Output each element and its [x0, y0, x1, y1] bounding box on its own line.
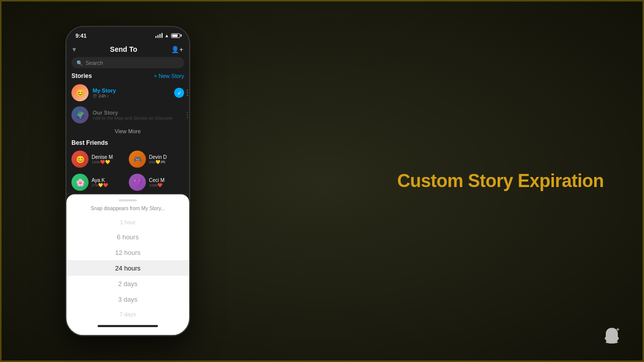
screen-title: Send To — [76, 45, 171, 53]
option-1hour[interactable]: 1 hour — [66, 215, 189, 229]
search-icon: 🔍 — [76, 60, 83, 65]
stories-section-title: Stories — [71, 72, 92, 79]
phone-frame: 9:41 ▲ ▾ — [65, 26, 190, 336]
my-story-info: My Story ⏱ 24h › — [93, 87, 170, 99]
signal-bars-icon — [155, 33, 163, 38]
friend-item-ceci[interactable]: 💜 Ceci M 106k❤️ — [129, 172, 184, 193]
my-story-item[interactable]: 😊 My Story ⏱ 24h › ✓ — [66, 82, 189, 104]
home-indicator — [98, 325, 158, 327]
option-2days[interactable]: 2 days — [66, 276, 189, 292]
friend-avatar-devin: 🎮 — [129, 151, 146, 168]
friend-info-ceci: Ceci M 106k❤️ — [149, 177, 184, 188]
friend-name-aya: Aya K — [92, 177, 127, 183]
back-button[interactable]: ▾ — [72, 45, 76, 53]
my-story-checkmark: ✓ — [174, 88, 184, 98]
friends-grid: 😊 Denise M 199k❤️💛 🎮 — [66, 149, 189, 193]
friend-score-ceci: 106k❤️ — [149, 183, 184, 188]
option-3days[interactable]: 3 days — [66, 292, 189, 307]
friend-item-devin[interactable]: 🎮 Devin D 88k💛🎮 — [129, 149, 184, 170]
search-placeholder: Search — [86, 60, 103, 66]
friend-item-denise[interactable]: 😊 Denise M 199k❤️💛 — [71, 149, 127, 170]
my-story-timer: ⏱ 24h › — [93, 94, 109, 99]
friend-name-devin: Devin D — [149, 154, 184, 160]
feature-text-area: Custom Story Expiration — [397, 170, 604, 192]
friend-avatar-denise: 😊 — [71, 151, 89, 168]
friend-info-devin: Devin D 88k💛🎮 — [149, 154, 184, 164]
our-story-info: Our Story Add to the Map and Stories on … — [93, 110, 184, 121]
phone-container: 9:41 ▲ ▾ — [65, 26, 190, 336]
battery-icon — [171, 33, 180, 38]
friend-avatar-ceci: 💜 — [129, 174, 146, 191]
friend-name-denise: Denise M — [92, 154, 127, 160]
our-story-subtitle: Add to the Map and Stories on Discover — [93, 116, 184, 121]
snapchat-logo — [602, 326, 622, 348]
friend-score-devin: 88k💛🎮 — [149, 160, 184, 164]
option-7days[interactable]: 7 days — [66, 307, 189, 321]
friend-name-ceci: Ceci M — [149, 177, 184, 183]
option-12hours[interactable]: 12 hours — [66, 245, 189, 260]
our-story-name: Our Story — [93, 110, 184, 116]
option-6hours[interactable]: 6 hours — [66, 229, 189, 245]
view-more-button[interactable]: View More — [66, 126, 189, 138]
wifi-icon: ▲ — [165, 33, 169, 38]
feature-title: Custom Story Expiration — [397, 170, 604, 192]
friend-info-aya: Aya K 27k💛❤️ — [92, 177, 127, 188]
status-icons: ▲ — [155, 33, 180, 38]
status-time: 9:41 — [75, 33, 87, 39]
friend-avatar-aya: 🌸 — [71, 174, 89, 191]
my-story-name: My Story — [93, 87, 170, 94]
picker-options: 1 hour 6 hours 12 hours 24 hours 2 days … — [66, 215, 189, 321]
best-friends-section: Best Friends 😊 Denise M 199k❤️💛 — [66, 138, 189, 194]
send-to-header: ▾ Send To 👤+ — [66, 42, 189, 57]
my-story-meta: ⏱ 24h › — [93, 94, 170, 99]
send-to-screen: ▾ Send To 👤+ 🔍 Search Stories + New Stor… — [66, 42, 189, 194]
friend-score-aya: 27k💛❤️ — [92, 183, 127, 188]
best-friends-title: Best Friends — [71, 139, 108, 146]
status-bar: 9:41 ▲ — [66, 27, 189, 42]
my-story-dots — [187, 89, 188, 96]
our-story-item[interactable]: 🌍 Our Story Add to the Map and Stories o… — [66, 104, 189, 126]
sheet-handle — [119, 200, 137, 202]
friend-item-aya[interactable]: 🌸 Aya K 27k💛❤️ — [71, 172, 127, 193]
my-story-avatar: 😊 — [71, 84, 89, 102]
page-wrapper: 9:41 ▲ ▾ — [0, 0, 644, 362]
friend-score-denise: 199k❤️💛 — [92, 160, 127, 164]
best-friends-header: Best Friends — [66, 139, 189, 149]
our-story-avatar: 🌍 — [71, 107, 89, 124]
friend-info-denise: Denise M 199k❤️💛 — [92, 154, 127, 164]
picker-subtitle: Snap disappears from My Story... — [66, 206, 189, 211]
search-bar[interactable]: 🔍 Search — [71, 57, 184, 68]
stories-section-header: Stories + New Story — [66, 72, 189, 82]
new-story-button[interactable]: + New Story — [154, 73, 184, 79]
add-friend-button[interactable]: 👤+ — [171, 45, 183, 53]
option-24hours[interactable]: 24 hours — [66, 260, 189, 276]
expiration-picker-sheet: Snap disappears from My Story... 1 hour … — [66, 195, 189, 335]
our-story-dots — [187, 112, 188, 118]
